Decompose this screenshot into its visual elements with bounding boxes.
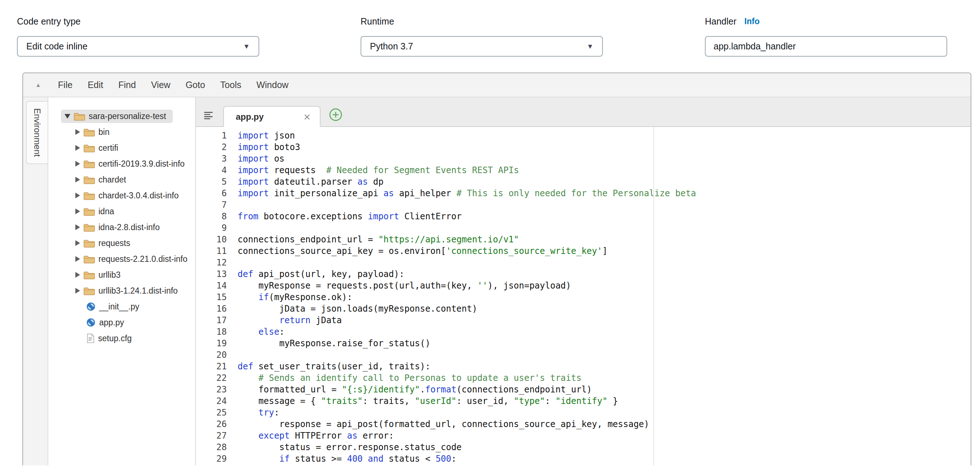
folder-icon xyxy=(84,270,95,280)
tab-label: app.py xyxy=(236,112,264,122)
collapse-menu-icon[interactable]: ▲ xyxy=(23,82,51,88)
runtime-select[interactable]: Python 3.7 ▼ xyxy=(361,36,603,57)
chevron-right-icon[interactable] xyxy=(75,129,80,135)
chevron-right-icon[interactable] xyxy=(75,240,80,246)
tree-item[interactable]: idna xyxy=(48,204,195,219)
tree-item[interactable]: setup.cfg xyxy=(48,330,195,346)
tree-item-label: idna xyxy=(99,207,114,216)
chevron-down-icon[interactable] xyxy=(65,114,70,119)
menu-window[interactable]: Window xyxy=(249,80,296,90)
add-tab-icon[interactable] xyxy=(328,108,343,122)
text-file-icon xyxy=(86,334,94,343)
tree-item[interactable]: bin xyxy=(48,124,195,140)
chevron-right-icon[interactable] xyxy=(75,208,80,214)
line-number: 5 xyxy=(196,176,227,188)
code-line: if(myResponse.ok): xyxy=(238,291,696,303)
indent-spacer xyxy=(75,322,83,323)
tree-item-label: chardet-3.0.4.dist-info xyxy=(99,191,178,200)
chevron-right-icon[interactable] xyxy=(75,192,80,198)
code-line: message = { "traits": traits, "userId": … xyxy=(238,395,696,407)
code-line: except HTTPError as error: xyxy=(238,430,696,442)
tree-item-label: urllib3-1.24.1.dist-info xyxy=(99,286,178,296)
menu-edit[interactable]: Edit xyxy=(80,80,111,90)
code-line: # Sends an identify call to Personas to … xyxy=(238,372,696,384)
line-number: 3 xyxy=(196,153,227,164)
runtime-value: Python 3.7 xyxy=(370,41,413,52)
tree-item[interactable]: urllib3 xyxy=(48,267,195,283)
tree-item[interactable]: requests xyxy=(48,235,195,251)
folder-icon xyxy=(74,112,85,121)
line-number: 10 xyxy=(196,234,227,245)
tab-app-py[interactable]: app.py × xyxy=(223,106,321,127)
line-number: 23 xyxy=(196,384,227,395)
tree-item[interactable]: idna-2.8.dist-info xyxy=(48,219,195,235)
ide-body: Environment sara-personalize-testbincert… xyxy=(23,97,970,465)
folder-icon xyxy=(84,128,95,137)
code-line: response = api_post(formatted_url, conne… xyxy=(238,418,696,430)
tree-item-label: sara-personalize-test xyxy=(89,111,166,121)
tree-item[interactable]: requests-2.21.0.dist-info xyxy=(48,251,195,267)
line-number: 29 xyxy=(196,453,227,464)
code-entry-field: Code entry type Edit code inline ▼ xyxy=(17,16,259,57)
indent-spacer xyxy=(75,306,83,307)
line-number: 6 xyxy=(196,188,227,199)
chevron-right-icon[interactable] xyxy=(75,177,80,183)
code-line: jData = json.loads(myResponse.content) xyxy=(238,303,696,315)
line-number: 16 xyxy=(196,303,227,315)
chevron-right-icon[interactable] xyxy=(75,161,80,167)
tree-item[interactable]: chardet-3.0.4.dist-info xyxy=(48,188,195,204)
tree-item-label: certifi xyxy=(99,143,118,153)
tree-item[interactable]: __init__.py xyxy=(48,299,195,315)
chevron-right-icon[interactable] xyxy=(75,256,80,262)
code-line xyxy=(238,199,696,211)
selected-row-highlight: sara-personalize-test xyxy=(61,110,173,123)
folder-icon xyxy=(84,143,95,153)
line-number: 15 xyxy=(196,291,227,303)
menu-tools[interactable]: Tools xyxy=(213,80,249,90)
chevron-right-icon[interactable] xyxy=(75,145,80,151)
code-line: connections_endpoint_url = "https://api.… xyxy=(238,234,696,245)
code-line: import requests # Needed for Segment Eve… xyxy=(238,164,696,176)
chevron-right-icon[interactable] xyxy=(75,272,80,278)
environment-tab[interactable]: Environment xyxy=(26,101,48,164)
tree-item-label: setup.cfg xyxy=(98,334,132,344)
line-number: 12 xyxy=(196,257,227,268)
code-entry-select[interactable]: Edit code inline ▼ xyxy=(17,36,259,57)
code-line: def api_post(url, key, payload): xyxy=(238,268,696,280)
info-link[interactable]: Info xyxy=(745,17,760,26)
handler-field: Handler Info xyxy=(705,16,947,57)
line-number: 21 xyxy=(196,361,227,372)
tree-item[interactable]: chardet xyxy=(48,172,195,188)
code-editor[interactable]: 1234567891011121314151617181920212223242… xyxy=(196,127,970,465)
tree-item[interactable]: sara-personalize-test xyxy=(48,108,195,124)
menu-find[interactable]: Find xyxy=(111,80,143,90)
handler-label: Handler xyxy=(705,16,737,27)
menu-view[interactable]: View xyxy=(143,80,178,90)
menu-file[interactable]: File xyxy=(51,80,80,90)
close-icon[interactable]: × xyxy=(304,111,310,122)
folder-icon xyxy=(84,286,95,296)
code-line: import os xyxy=(238,153,696,164)
code-line: status = error.response.status_code xyxy=(238,442,696,453)
code-line: myResponse.raise_for_status() xyxy=(238,337,696,349)
code-line: try: xyxy=(238,407,696,418)
menu-goto[interactable]: Goto xyxy=(178,80,213,90)
code-line: from botocore.exceptions import ClientEr… xyxy=(238,211,696,222)
tree-item[interactable]: urllib3-1.24.1.dist-info xyxy=(48,283,195,299)
tree-item-label: certifi-2019.3.9.dist-info xyxy=(99,159,185,169)
line-number: 20 xyxy=(196,349,227,361)
code-line: formatted_url = "{:s}/identify".format(c… xyxy=(238,384,696,395)
tree-item[interactable]: certifi-2019.3.9.dist-info xyxy=(48,156,195,172)
tree-item[interactable]: app.py xyxy=(48,315,195,330)
tab-list-icon[interactable] xyxy=(203,110,214,121)
tree-item-label: chardet xyxy=(99,175,126,184)
tree-item[interactable]: certifi xyxy=(48,140,195,156)
chevron-right-icon[interactable] xyxy=(75,224,80,230)
handler-input[interactable] xyxy=(705,36,947,57)
chevron-right-icon[interactable] xyxy=(75,288,80,294)
code-line xyxy=(238,257,696,268)
line-number: 19 xyxy=(196,337,227,349)
function-code-form: Code entry type Edit code inline ▼ Runti… xyxy=(17,16,980,57)
code-entry-label: Code entry type xyxy=(17,16,259,27)
python-file-icon xyxy=(86,302,95,311)
